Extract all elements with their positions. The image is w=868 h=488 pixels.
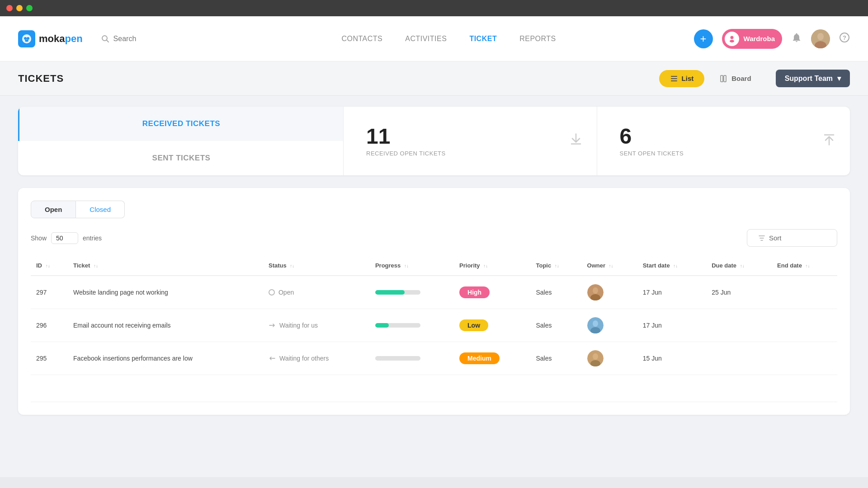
svg-point-21 [593,287,598,294]
ticket-owner [582,276,637,309]
priority-badge-low: Low [459,319,488,331]
main-content: RECEIVED TICKETS SENT TICKETS 11 RECEIVE… [0,96,868,477]
chevron-down-icon: ▾ [837,74,841,83]
ticket-id: 297 [31,276,68,309]
search-area[interactable] [101,34,177,43]
col-end-date[interactable]: End date ↑↓ [772,256,837,276]
table-row[interactable]: 297 Website landing page not working Ope… [31,276,837,309]
table-row-empty [31,375,837,402]
open-tab[interactable]: Open [31,201,76,218]
col-start-date[interactable]: Start date ↑↓ [637,256,706,276]
received-open-stat: 11 RECEIVED OPEN TICKETS [344,107,597,175]
view-toggle: List Board Support Team ▾ [659,70,850,87]
list-icon [670,75,678,83]
ticket-title: Facebook insertions performances are low [68,342,263,375]
progress-bar [375,323,420,328]
ticket-due-date [706,342,772,375]
svg-point-29 [593,353,598,360]
col-topic[interactable]: Topic ↑↓ [530,256,581,276]
owner-avatar [587,284,604,300]
progress-bar [375,356,420,361]
team-selector-button[interactable]: Support Team ▾ [776,70,850,87]
svg-point-0 [22,34,31,43]
ticket-title: Email account not receiving emails [68,309,263,342]
sent-open-count: 6 [620,126,828,147]
sub-header: TICKETS List Board Support Team ▾ [0,61,868,96]
ticket-due-date: 25 Jun [706,276,772,309]
ticket-status: Waiting for us [263,309,370,342]
user-profile-button[interactable]: Wardroba [722,29,782,49]
table-section: Open Closed Show 50 25 10 100 entries So… [18,188,850,415]
svg-rect-14 [671,78,677,79]
svg-rect-16 [721,75,723,82]
sort-button[interactable]: Sort [747,229,837,247]
ticket-progress [370,309,454,342]
svg-point-1 [24,37,27,40]
sort-label: Sort [769,234,782,242]
owner-avatar [587,317,604,333]
ticket-start-date: 17 Jun [637,309,706,342]
logo-text: mokapen [39,33,83,45]
list-view-button[interactable]: List [659,70,705,87]
svg-point-7 [730,40,734,42]
maximize-window-btn[interactable] [26,5,33,11]
logo-area: mokapen [18,30,83,47]
ticket-end-date [772,309,837,342]
board-view-button[interactable]: Board [709,70,762,87]
col-status[interactable]: Status ↑↓ [263,256,370,276]
minimize-window-btn[interactable] [16,5,23,11]
add-button[interactable]: + [694,29,713,48]
svg-rect-17 [724,75,726,82]
help-button[interactable]: ? [839,32,850,46]
nav-ticket[interactable]: TICKET [469,35,497,43]
status-circle [269,289,275,296]
col-progress[interactable]: Progress ↑↓ [370,256,454,276]
table-row[interactable]: 295 Facebook insertions performances are… [31,342,837,375]
download-icon [569,132,583,150]
table-controls: Show 50 25 10 100 entries Sort [31,229,837,247]
ticket-topic: Sales [530,276,581,309]
col-owner[interactable]: Owner ↑↓ [582,256,637,276]
svg-point-6 [730,36,733,39]
ticket-due-date [706,309,772,342]
owner-avatar [587,350,604,366]
search-input[interactable] [113,35,177,43]
ticket-id: 295 [31,342,68,375]
open-closed-tabs: Open Closed [31,201,837,218]
nav-activities[interactable]: ACTIVITIES [405,35,447,43]
priority-badge-medium: Medium [459,352,500,364]
sent-tickets-tab[interactable]: SENT TICKETS [18,141,343,175]
page-title: TICKETS [18,73,64,84]
table-row[interactable]: 296 Email account not receiving emails W… [31,309,837,342]
board-label: Board [731,75,751,82]
status-text: Waiting for others [279,355,329,362]
ticket-priority: High [454,276,530,309]
col-id[interactable]: ID ↑↓ [31,256,68,276]
col-ticket[interactable]: Ticket ↑↓ [68,256,263,276]
window-chrome [0,0,868,16]
svg-point-2 [27,37,29,40]
nav-contacts[interactable]: CONTACTS [341,35,382,43]
svg-rect-13 [671,76,677,77]
close-window-btn[interactable] [6,5,13,11]
nav-reports[interactable]: REPORTS [519,35,556,43]
received-tickets-tab[interactable]: RECEIVED TICKETS [18,107,343,141]
ticket-topic: Sales [530,309,581,342]
entries-select[interactable]: 50 25 10 100 [51,232,78,244]
status-text: Waiting for us [279,322,318,329]
ticket-status: Open [263,276,370,309]
notifications-button[interactable] [791,32,802,46]
ticket-start-date: 17 Jun [637,276,706,309]
avatar[interactable] [811,29,830,48]
svg-point-3 [25,39,28,42]
ticket-id: 296 [31,309,68,342]
waiting-others-icon [269,355,276,362]
status-text: Open [278,289,294,296]
ticket-end-date [772,342,837,375]
col-due-date[interactable]: Due date ↑↓ [706,256,772,276]
closed-tab[interactable]: Closed [76,201,125,218]
sent-open-label: SENT OPEN TICKETS [620,150,828,157]
col-priority[interactable]: Priority ↑↓ [454,256,530,276]
svg-point-9 [817,33,824,40]
received-open-label: RECEIVED OPEN TICKETS [366,150,574,157]
